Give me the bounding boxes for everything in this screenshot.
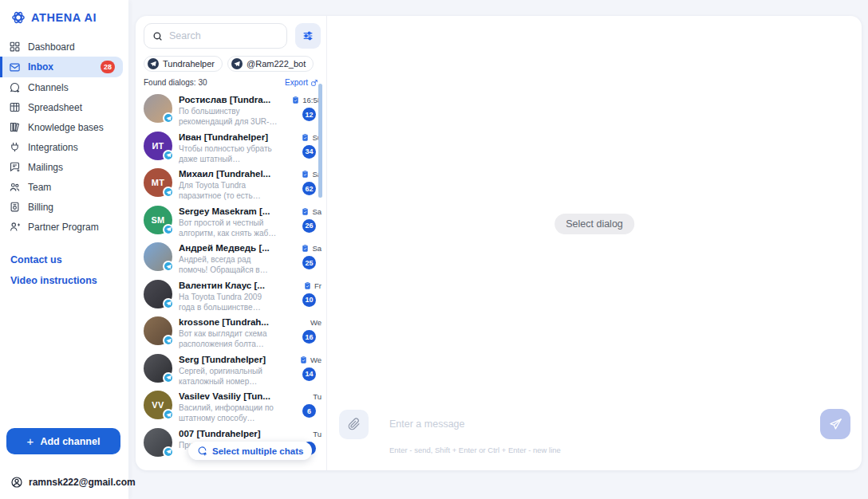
- dialog-name: Serg [Tundrahelper]: [179, 355, 278, 364]
- dialogs-panel: Search Tundrahelper @Ram222_bot: [136, 16, 327, 470]
- unread-count-badge: 62: [302, 182, 316, 195]
- dialog-preview: Сергей, оригинальный каталожный номер по…: [179, 366, 278, 387]
- dialog-list-item[interactable]: Валентин Клаус [... На Toyota Tundra 200…: [136, 277, 326, 314]
- select-multiple-chats-button[interactable]: Select multiple chats: [188, 442, 312, 460]
- sidebar-item-label: Spreadsheet: [28, 102, 82, 113]
- sidebar-item-inbox[interactable]: Inbox 28: [0, 57, 123, 77]
- export-label: Export: [285, 78, 308, 87]
- dialog-time: Tu: [313, 392, 322, 401]
- dashboard-icon: [9, 41, 21, 53]
- found-dialogs-count: Found dialogs: 30: [144, 78, 207, 87]
- dialog-list-item[interactable]: Ростислав [Tundra... По большинству реко…: [136, 91, 326, 128]
- chat-panel: Select dialog Enter a message: [327, 16, 862, 470]
- message-composer: Enter a message Enter - send, Shift + En…: [339, 409, 850, 454]
- avatar: [144, 354, 172, 383]
- telegram-channel-icon: [163, 409, 174, 420]
- sidebar-item-team[interactable]: Team: [0, 177, 128, 197]
- filter-chip[interactable]: @Ram222_bot: [227, 56, 314, 72]
- dialog-list-item[interactable]: Serg [Tundrahelper] Сергей, оригинальный…: [136, 351, 326, 388]
- telegram-channel-icon: [163, 224, 174, 235]
- sidebar-link-contact-us[interactable]: Contact us: [0, 250, 128, 270]
- dialog-list: Ростислав [Tundra... По большинству реко…: [136, 91, 326, 462]
- dialog-time: Fr: [314, 281, 322, 290]
- select-dialog-placeholder: Select dialog: [554, 214, 634, 234]
- avatar: [144, 94, 172, 123]
- sidebar-item-knowledge-bases[interactable]: Knowledge bases: [0, 117, 128, 137]
- send-button[interactable]: [820, 409, 850, 439]
- sidebar-item-partner-program[interactable]: Partner Program: [0, 217, 128, 237]
- sidebar-item-billing[interactable]: Billing: [0, 197, 128, 217]
- sidebar-item-dashboard[interactable]: Dashboard: [0, 37, 128, 57]
- filter-chip-label: Tundrahelper: [163, 59, 215, 69]
- dialog-name: 007 [Tundrahelper]: [179, 429, 278, 438]
- reminder-clipboard-icon: [301, 207, 310, 216]
- avatar: МТ: [144, 168, 172, 197]
- composer-hint: Enter - send, Shift + Enter or Ctrl + En…: [389, 446, 850, 454]
- telegram-channel-icon: [163, 261, 174, 272]
- sidebar-link-video-instructions[interactable]: Video instructions: [0, 270, 128, 291]
- dialog-list-scrollbar[interactable]: [318, 84, 322, 198]
- dialog-preview: Вот простой и честный алгоритм, как снят…: [179, 218, 278, 238]
- telegram-channel-icon: [163, 187, 174, 198]
- avatar: [144, 428, 172, 457]
- filter-chip[interactable]: Tundrahelper: [144, 56, 223, 72]
- billing-icon: [9, 201, 21, 213]
- add-channel-button[interactable]: + Add channel: [6, 428, 120, 454]
- dialog-list-item[interactable]: krossone [Tundrah... Вот как выглядит сх…: [136, 313, 326, 351]
- unread-count-badge: 25: [302, 256, 316, 269]
- search-placeholder: Search: [169, 30, 201, 41]
- integrations-icon: [9, 141, 21, 153]
- select-multiple-label: Select multiple chats: [212, 446, 303, 456]
- avatar: SM: [144, 206, 172, 234]
- telegram-channel-icon: [163, 112, 174, 124]
- reminder-clipboard-icon: [291, 96, 300, 104]
- sliders-icon: [302, 29, 314, 42]
- telegram-channel-icon: [163, 150, 174, 161]
- partner-icon: [9, 221, 21, 233]
- channels-icon: [9, 81, 21, 93]
- plus-icon: +: [27, 435, 34, 447]
- avatar: ИТ: [144, 132, 172, 160]
- sidebar-item-mailings[interactable]: Mailings: [0, 157, 128, 177]
- dialog-preview: Чтобы полностью убрать даже штатный барх…: [179, 143, 278, 164]
- attach-file-button[interactable]: [339, 410, 369, 439]
- filters-button[interactable]: [295, 23, 321, 49]
- dialog-list-item[interactable]: ИТ Иван [Tundrahelper] Чтобы полностью у…: [136, 128, 326, 166]
- search-input[interactable]: Search: [144, 23, 287, 49]
- dialog-name: Ростислав [Tundra...: [179, 95, 278, 104]
- export-button[interactable]: Export: [285, 78, 318, 87]
- dialog-time: Sa: [312, 244, 322, 253]
- account-menu[interactable]: ramnsk222@gmail.com: [10, 476, 136, 489]
- paperclip-icon: [348, 418, 361, 430]
- dialog-name: Михаил [Tundrahel...: [179, 169, 278, 179]
- sidebar-links: Contact usVideo instructions: [0, 250, 128, 291]
- telegram-icon: [148, 58, 159, 69]
- sidebar-nav: Dashboard Inbox 28 Channels Spreadsheet …: [0, 37, 128, 237]
- sidebar-item-channels[interactable]: Channels: [0, 77, 128, 97]
- telegram-channel-icon: [163, 335, 174, 346]
- dialog-preview: Андрей, всегда рад помочь! Обращайся в л…: [179, 254, 278, 275]
- unread-count-badge: 10: [302, 293, 316, 307]
- sidebar-item-integrations[interactable]: Integrations: [0, 137, 128, 157]
- dialog-list-item[interactable]: SM Sergey Masekram [... Вот простой и че…: [136, 202, 326, 240]
- dialog-list-item[interactable]: VV Vasilev Vasiliy [Tun... Василий, инфо…: [136, 387, 326, 425]
- app-title: ATHENA AI: [31, 11, 97, 24]
- sidebar-item-spreadsheet[interactable]: Spreadsheet: [0, 97, 128, 117]
- dialog-time: Sa: [312, 207, 322, 216]
- telegram-channel-icon: [163, 372, 174, 383]
- unread-count-badge: 34: [302, 145, 316, 159]
- filter-chips: Tundrahelper @Ram222_bot: [136, 49, 326, 72]
- unread-count-badge: 6: [302, 404, 316, 418]
- dialog-preview: Василий, информации по штатному способу …: [179, 403, 278, 423]
- dialog-time: We: [310, 356, 322, 364]
- message-input[interactable]: Enter a message: [389, 418, 820, 430]
- dialog-preview: По большинству рекомендаций для 3UR-FE о…: [179, 106, 278, 127]
- dialog-list-item[interactable]: МТ Михаил [Tundrahel... Для Toyota Tundr…: [136, 165, 326, 202]
- unread-count-badge: 16: [302, 330, 316, 344]
- sidebar-item-label: Channels: [28, 82, 69, 93]
- sidebar-item-label: Team: [28, 182, 51, 193]
- sidebar-item-label: Integrations: [28, 142, 78, 153]
- dialog-list-item[interactable]: Андрей Медведь [... Андрей, всегда рад п…: [136, 239, 326, 277]
- telegram-channel-icon: [163, 446, 174, 458]
- knowledge-icon: [9, 121, 21, 133]
